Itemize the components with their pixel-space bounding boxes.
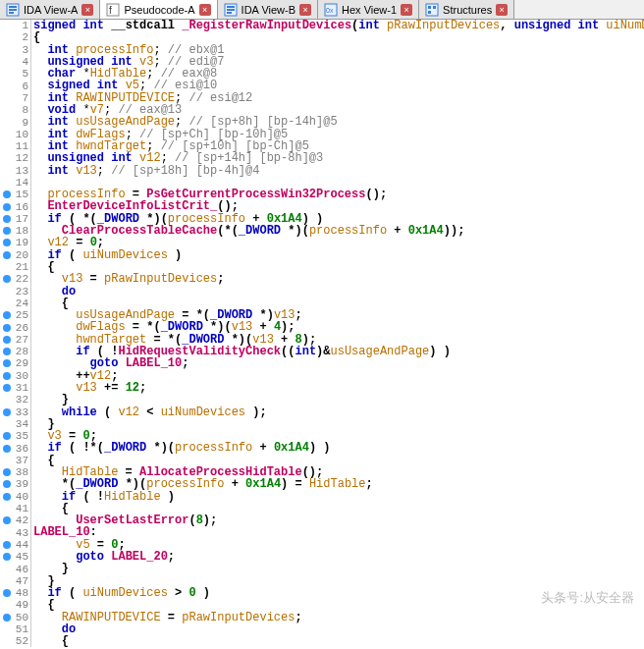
gutter-row[interactable]: 51 (0, 623, 30, 635)
gutter-row[interactable]: 28 (0, 346, 30, 357)
code-line[interactable]: signed int __stdcall _RegisterRawInputDe… (33, 20, 644, 31)
gutter-row[interactable]: 13 (0, 165, 30, 177)
breakpoint-dot[interactable] (3, 227, 11, 235)
gutter-row[interactable]: 40 (0, 491, 30, 503)
gutter-row[interactable]: 17 (0, 213, 30, 225)
breakpoint-dot[interactable] (3, 251, 11, 259)
breakpoint-dot[interactable] (3, 215, 11, 223)
code-line[interactable]: UserSetLastError(8); (33, 514, 644, 526)
gutter-row[interactable]: 11 (0, 140, 30, 152)
gutter-row[interactable]: 23 (0, 286, 30, 297)
gutter-row[interactable]: 25 (0, 309, 30, 321)
gutter-row[interactable]: 4 (0, 56, 30, 68)
gutter-row[interactable]: 32 (0, 394, 30, 406)
breakpoint-dot[interactable] (3, 275, 11, 283)
gutter-row[interactable]: 16 (0, 200, 30, 212)
close-icon[interactable]: × (199, 4, 211, 16)
breakpoint-dot[interactable] (3, 432, 11, 440)
gutter-row[interactable]: 15 (0, 189, 30, 200)
tab-hex-view-1[interactable]: 0xHex View-1× (318, 0, 419, 19)
gutter-row[interactable]: 34 (0, 418, 30, 430)
gutter-row[interactable]: 44 (0, 539, 30, 551)
close-icon[interactable]: × (81, 4, 93, 16)
gutter-row[interactable]: 6 (0, 80, 30, 91)
gutter-row[interactable]: 36 (0, 442, 30, 454)
gutter-row[interactable]: 35 (0, 430, 30, 442)
gutter-row[interactable]: 18 (0, 225, 30, 237)
gutter-row[interactable]: 21 (0, 261, 30, 273)
breakpoint-dot[interactable] (3, 324, 11, 332)
close-icon[interactable]: × (401, 4, 412, 16)
gutter-row[interactable]: 14 (0, 177, 30, 189)
gutter-row[interactable]: 22 (0, 273, 30, 285)
gutter-row[interactable]: 3 (0, 44, 30, 56)
code-line[interactable]: goto LABEL_10; (33, 357, 644, 369)
gutter-row[interactable]: 46 (0, 563, 30, 574)
breakpoint-dot[interactable] (3, 408, 11, 416)
gutter-row[interactable]: 48 (0, 587, 30, 599)
breakpoint-dot[interactable] (3, 589, 11, 597)
breakpoint-dot[interactable] (3, 480, 11, 488)
gutter-row[interactable]: 2 (0, 31, 30, 43)
code-line[interactable]: } (33, 563, 644, 574)
breakpoint-dot[interactable] (3, 372, 11, 380)
gutter-row[interactable]: 43 (0, 526, 30, 538)
gutter-row[interactable]: 42 (0, 514, 30, 526)
gutter-row[interactable]: 1 (0, 20, 30, 31)
gutter-row[interactable]: 12 (0, 152, 30, 164)
breakpoint-dot[interactable] (3, 190, 11, 198)
gutter-row[interactable]: 45 (0, 551, 30, 563)
code-line[interactable]: goto LABEL_20; (33, 551, 644, 563)
breakpoint-dot[interactable] (3, 541, 11, 549)
gutter-row[interactable]: 27 (0, 334, 30, 346)
code-line[interactable]: if ( uiNumDevices ) (33, 249, 644, 261)
gutter-row[interactable]: 7 (0, 92, 30, 104)
breakpoint-dot[interactable] (3, 493, 11, 501)
gutter-row[interactable]: 41 (0, 503, 30, 514)
tab-pseudocode-a[interactable]: fPseudocode-A× (100, 0, 217, 19)
breakpoint-dot[interactable] (3, 516, 11, 524)
breakpoint-dot[interactable] (3, 553, 11, 561)
code-area[interactable]: signed int __stdcall _RegisterRawInputDe… (31, 20, 644, 647)
code-line[interactable]: if ( !*(_DWORD *)(processInfo + 0x1A4) ) (33, 442, 644, 454)
code-line[interactable]: while ( v12 < uiNumDevices ); (33, 406, 644, 418)
breakpoint-dot[interactable] (3, 384, 11, 392)
breakpoint-dot[interactable] (3, 348, 11, 355)
gutter-row[interactable]: 9 (0, 116, 30, 128)
code-line[interactable]: v13 = pRawInputDevices; (33, 273, 644, 285)
breakpoint-dot[interactable] (3, 336, 11, 344)
tab-ida-view-b[interactable]: IDA View-B× (218, 0, 318, 19)
gutter-row[interactable]: 39 (0, 478, 30, 490)
gutter-row[interactable]: 52 (0, 635, 30, 647)
code-line[interactable]: v13 += 12; (33, 382, 644, 394)
breakpoint-dot[interactable] (3, 468, 11, 476)
breakpoint-dot[interactable] (3, 614, 11, 622)
gutter-row[interactable]: 38 (0, 466, 30, 478)
breakpoint-dot[interactable] (3, 445, 11, 453)
gutter-row[interactable]: 30 (0, 370, 30, 382)
gutter-row[interactable]: 26 (0, 321, 30, 333)
gutter-row[interactable]: 24 (0, 297, 30, 309)
code-line[interactable]: do (33, 286, 644, 297)
code-line[interactable]: if ( !HidTable ) (33, 491, 644, 503)
tab-ida-view-a[interactable]: IDA View-A× (0, 0, 100, 19)
gutter-row[interactable]: 20 (0, 249, 30, 261)
code-line[interactable]: RAWINPUTDEVICE = pRawInputDevices; (33, 612, 644, 623)
gutter-row[interactable]: 33 (0, 406, 30, 418)
code-line[interactable]: do (33, 623, 644, 635)
code-line[interactable]: } (33, 418, 644, 430)
close-icon[interactable]: × (496, 4, 508, 16)
gutter-row[interactable]: 29 (0, 357, 30, 369)
gutter-row[interactable]: 49 (0, 599, 30, 611)
breakpoint-dot[interactable] (3, 311, 11, 319)
code-line[interactable]: { (33, 635, 644, 647)
gutter-row[interactable]: 37 (0, 455, 30, 466)
gutter-row[interactable]: 50 (0, 612, 30, 623)
breakpoint-dot[interactable] (3, 359, 11, 367)
gutter-row[interactable]: 5 (0, 68, 30, 80)
code-line[interactable]: int v13; // [sp+18h] [bp-4h]@4 (33, 165, 644, 177)
gutter-row[interactable]: 10 (0, 129, 30, 140)
tab-structures[interactable]: Structures× (419, 0, 514, 19)
code-line[interactable]: ClearProcessTableCache(*(_DWORD *)(proce… (33, 225, 644, 237)
gutter-row[interactable]: 31 (0, 382, 30, 394)
